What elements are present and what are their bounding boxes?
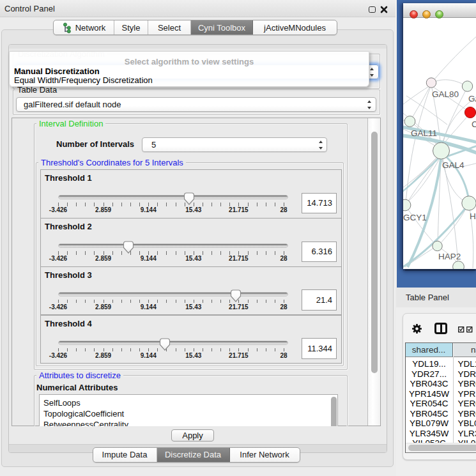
svg-text:GAL4: GAL4 (442, 160, 464, 170)
svg-text:HAP4: HAP4 (470, 211, 476, 221)
svg-text:GAL2: GAL2 (468, 94, 476, 104)
svg-text:GCY1: GCY1 (403, 213, 427, 222)
svg-text:HAP2: HAP2 (438, 252, 461, 261)
svg-text:GAL11: GAL11 (411, 128, 437, 138)
svg-text:GAL80: GAL80 (432, 89, 459, 99)
svg-text:CYC8: CYC8 (472, 119, 476, 129)
